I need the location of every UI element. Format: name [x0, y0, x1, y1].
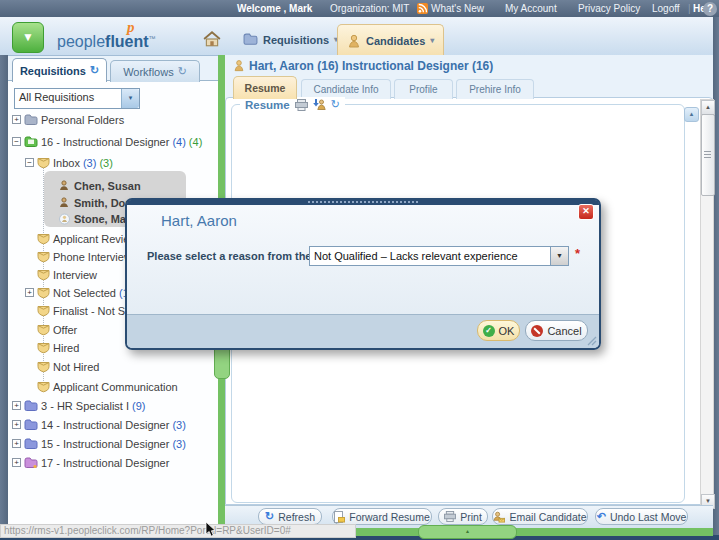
tab-profile[interactable]: Profile [394, 79, 453, 99]
tree-item-req-14[interactable]: + 14 - Instructional Designer(3) [8, 416, 220, 433]
vertical-scrollbar[interactable]: ▲ ▼ [700, 99, 714, 508]
ok-button[interactable]: ✓OK [477, 320, 520, 341]
sidebar-tab-requisitions[interactable]: Requisitions↻ [12, 58, 107, 82]
vertical-splitter-handle[interactable] [214, 345, 230, 379]
collapse-section-icon[interactable]: ▴ [684, 107, 699, 122]
tree-item-not-hired[interactable]: Not Hired [8, 358, 233, 375]
download-resume-icon[interactable] [313, 98, 326, 111]
folder-open-icon [24, 136, 38, 148]
help-icon[interactable]: ? [703, 2, 717, 16]
my-account-link[interactable]: My Account [505, 0, 557, 17]
dialog-title: Hart, Aaron [161, 212, 237, 229]
dialog-drag-bar[interactable] [127, 200, 599, 205]
organization-text: Organization: MIT [330, 0, 409, 17]
resume-section-legend: Resume ↻ [240, 97, 345, 112]
pouch-icon [37, 233, 50, 245]
refresh-icon: ↻ [90, 64, 99, 77]
expand-icon: + [12, 420, 21, 429]
refresh-icon: ↻ [178, 65, 187, 78]
pouch-icon [37, 251, 50, 263]
tree-item-inbox[interactable]: − Inbox(3)(3) [8, 154, 233, 171]
tree-item-req-17[interactable]: + 17 - Instructional Designer [8, 454, 220, 471]
top-utility-bar: Welcome , Mark Organization: MIT What's … [0, 0, 719, 17]
folder-icon [24, 438, 38, 450]
undo-last-move-button[interactable]: ↶Undo Last Move [595, 508, 688, 525]
cancel-button[interactable]: Cancel [525, 320, 588, 341]
forward-resume-button[interactable]: Forward Resume [332, 508, 432, 525]
close-icon[interactable]: ✕ [578, 204, 594, 220]
home-button[interactable] [196, 24, 228, 54]
collapse-icon: − [12, 137, 21, 146]
home-icon [203, 31, 221, 47]
folder-icon [243, 33, 258, 46]
print-button[interactable]: Print [438, 508, 488, 525]
candidate-icon [58, 180, 71, 191]
expand-icon: + [12, 439, 21, 448]
logoff-link[interactable]: Logoff [652, 0, 680, 17]
tree-item-req-15[interactable]: + 15 - Instructional Designer(3) [8, 435, 220, 452]
requisition-filter-select[interactable]: All Requisitions ▾ [14, 88, 140, 109]
pouch-icon [37, 361, 50, 373]
rss-icon [417, 3, 428, 14]
refresh-icon: ↻ [265, 510, 274, 523]
scroll-up-icon[interactable]: ▲ [701, 100, 715, 115]
horizontal-splitter-handle[interactable]: ▴ [418, 525, 517, 539]
welcome-text: Welcome , Mark [237, 0, 312, 17]
collapse-icon: − [25, 158, 34, 167]
tab-prehire-info[interactable]: Prehire Info [456, 79, 534, 99]
app-window: Welcome , Mark Organization: MIT What's … [0, 0, 719, 540]
tab-candidate-info[interactable]: Candidate Info [301, 79, 391, 99]
pouch-icon [37, 381, 50, 393]
person-icon [347, 34, 361, 48]
tree-item-req-16[interactable]: − 16 - Instructional Designer(4)(4) [8, 133, 220, 150]
candidate-title: Hart, Aaron (16) Instructional Designer … [249, 59, 493, 73]
mouse-pointer [205, 521, 217, 539]
pouch-icon [37, 287, 50, 299]
email-candidate-button[interactable]: Email Candidate [492, 508, 588, 525]
candidate-icon [58, 197, 71, 208]
reason-select[interactable]: Not Qualified – Lacks relevant experienc… [309, 246, 569, 266]
expand-icon: + [25, 288, 34, 297]
tree-item-personal-folders[interactable]: + Personal Folders [8, 111, 220, 128]
privacy-policy-link[interactable]: Privacy Policy [578, 0, 640, 17]
topbar-divider: | [688, 0, 691, 17]
select-arrow-icon: ▾ [121, 89, 139, 108]
status-bar-url: https://rms-v1.peopleclick.com/RP/Home?P… [0, 524, 356, 538]
pouch-icon [37, 157, 50, 169]
folder-icon [24, 400, 38, 412]
move-reason-dialog: Hart, Aaron ✕ Please select a reason fro… [125, 198, 601, 350]
resize-handle-icon[interactable] [587, 336, 597, 346]
undo-icon: ↶ [597, 510, 606, 523]
window-edge-left [0, 55, 8, 536]
refresh-button[interactable]: ↻Refresh [258, 508, 322, 525]
tab-resume[interactable]: Resume [233, 76, 297, 99]
pouch-icon [37, 305, 50, 317]
reason-label: Please select a reason from the list: [147, 250, 334, 262]
nav-candidates[interactable]: Candidates▾ [337, 24, 444, 56]
check-icon: ✓ [483, 325, 495, 337]
chevron-down-icon: ▾ [430, 36, 434, 45]
pouch-icon [37, 269, 50, 281]
nav-requisitions[interactable]: Requisitions▾ [234, 24, 347, 55]
tree-item-req-3[interactable]: + 3 - HR Specialist I(9) [8, 397, 220, 414]
required-marker: * [575, 246, 580, 261]
expand-icon: + [12, 115, 21, 124]
print-icon[interactable] [295, 99, 308, 111]
email-candidate-icon [493, 511, 505, 523]
cancel-icon [531, 325, 543, 337]
sidebar-tab-workflows[interactable]: Workflows↻ [110, 60, 200, 82]
drag-grip-icon [308, 201, 418, 203]
tree-item-applicant-communication[interactable]: Applicant Communication [8, 378, 233, 395]
dialog-footer: ✓OK Cancel [127, 314, 599, 348]
candidate-icon [233, 59, 245, 72]
refresh-icon[interactable]: ↻ [331, 98, 340, 111]
print-icon [444, 511, 456, 522]
collapse-panel-button[interactable]: ▼ [12, 22, 44, 53]
expand-icon: + [12, 401, 21, 410]
brand-logo: peoplefluent™ [57, 33, 156, 51]
document-icon [334, 511, 345, 523]
select-arrow-icon: ▼ [550, 247, 568, 265]
whats-new-link[interactable]: What's New [431, 0, 484, 17]
folder-special-icon [24, 457, 38, 469]
scrollbar-thumb[interactable] [701, 114, 715, 196]
